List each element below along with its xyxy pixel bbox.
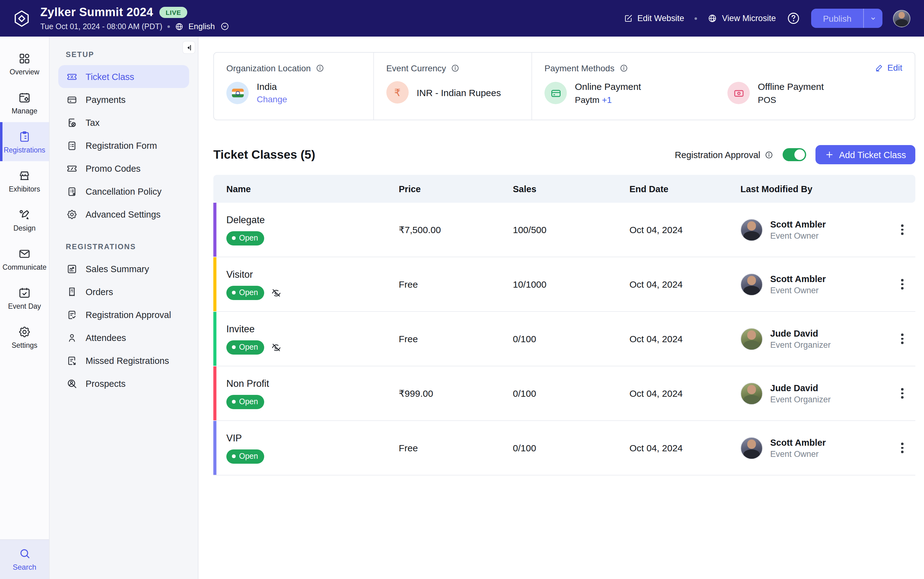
row-menu-button[interactable] (898, 276, 907, 293)
rail-item-settings[interactable]: Settings (0, 317, 49, 357)
avatar (741, 437, 763, 459)
gear-icon (66, 209, 77, 220)
clipboard-arrow-icon (66, 355, 77, 366)
search-icon (18, 547, 31, 560)
offline-payment-method: Offline Payment POS (727, 81, 902, 105)
ticket-end-date: Oct 04, 2024 (623, 279, 741, 290)
avatar (741, 273, 763, 295)
sidebar-item-registration-form[interactable]: Registration Form (58, 134, 189, 157)
rail-search-button[interactable]: Search (0, 539, 49, 579)
design-pen-icon (18, 208, 31, 221)
ticket-color-stripe (213, 421, 216, 475)
online-payment-method: Online Payment Paytm +1 (544, 81, 719, 105)
info-icon[interactable] (316, 64, 324, 72)
column-header-name: Name (213, 184, 393, 194)
info-icon[interactable] (451, 64, 460, 72)
row-menu-button[interactable] (898, 330, 907, 348)
table-row[interactable]: Invitee Open Free 0/100 Oct 04, 2024 Jud… (213, 312, 915, 366)
ticket-percent-icon (66, 163, 77, 174)
info-icon[interactable] (619, 64, 628, 72)
modified-by-name: Scott Ambler (770, 274, 826, 284)
rail-item-communicate[interactable]: Communicate (0, 239, 49, 278)
ticket-price: Free (393, 279, 508, 290)
add-ticket-class-button[interactable]: Add Ticket Class (816, 145, 915, 164)
row-menu-button[interactable] (898, 439, 907, 457)
top-header: Zylker Summit 2024 LIVE Tue Oct 01, 2024… (0, 0, 924, 37)
table-row[interactable]: Delegate Open ₹7,500.00 100/500 Oct 04, … (213, 203, 915, 257)
person-search-icon (66, 378, 77, 389)
document-list-icon (66, 140, 77, 151)
hidden-eye-icon (271, 342, 282, 352)
view-microsite-button[interactable]: View Microsite (708, 13, 776, 23)
sidebar-item-attendees[interactable]: Attendees (58, 326, 189, 349)
ticket-classes-table: Name Price Sales End Date Last Modified … (213, 175, 915, 476)
chevron-down-circle-icon[interactable] (220, 22, 229, 31)
ticket-sales: 0/100 (508, 388, 623, 399)
rupee-symbol-circle: ₹ (387, 81, 409, 103)
main-content: Organization Location India Change Event… (198, 37, 924, 579)
ticket-name: Non Profit (226, 378, 393, 389)
registration-approval-label: Registration Approval (675, 150, 760, 160)
row-menu-button[interactable] (898, 384, 907, 402)
rail-item-event-day[interactable]: Event Day (0, 278, 49, 317)
modified-by-name: Scott Ambler (770, 219, 826, 229)
backstage-logo-icon[interactable] (12, 8, 31, 29)
grid-icon (18, 52, 31, 65)
ticket-sales: 0/100 (508, 443, 623, 453)
publish-button[interactable]: Publish (811, 9, 863, 28)
payment-methods-card: Payment Methods Edit Online Payment Pay (532, 53, 915, 119)
table-row[interactable]: Non Profit Open ₹999.00 0/100 Oct 04, 20… (213, 366, 915, 421)
sidebar-item-registration-approval[interactable]: Registration Approval (58, 303, 189, 326)
edit-pencil-icon (624, 14, 633, 23)
sidebar-item-advanced-settings[interactable]: Advanced Settings (58, 203, 189, 226)
ticket-color-stripe (213, 312, 216, 366)
collapse-sidebar-button[interactable] (182, 41, 195, 54)
organization-location-value: India (257, 81, 287, 92)
status-badge: Open (226, 394, 264, 409)
rail-item-exhibitors[interactable]: Exhibitors (0, 161, 49, 200)
more-payment-gateways-link[interactable]: +1 (602, 95, 612, 105)
receipt-icon (66, 286, 77, 297)
sidebar-item-cancellation-policy[interactable]: Cancellation Policy (58, 180, 189, 203)
event-currency-value: INR - Indian Rupees (417, 87, 501, 98)
ticket-color-stripe (213, 257, 216, 311)
ticket-sales: 0/100 (508, 334, 623, 344)
sidebar-item-promo-codes[interactable]: Promo Codes (58, 157, 189, 180)
sidebar-item-ticket-class[interactable]: Ticket Class (58, 65, 189, 88)
help-icon[interactable] (786, 11, 801, 25)
publish-split-button: Publish (811, 9, 883, 28)
edit-payment-methods-button[interactable]: Edit (875, 63, 902, 72)
row-menu-button[interactable] (898, 221, 907, 239)
registration-approval-toggle[interactable] (783, 148, 806, 161)
rail-item-design[interactable]: Design (0, 200, 49, 239)
credit-card-icon (66, 94, 77, 105)
sidebar-item-prospects[interactable]: Prospects (58, 372, 189, 395)
table-row[interactable]: VIP Open Free 0/100 Oct 04, 2024 Scott A… (213, 421, 915, 476)
edit-website-button[interactable]: Edit Website (624, 14, 684, 23)
user-avatar[interactable] (893, 10, 910, 27)
sidebar-item-payments[interactable]: Payments (58, 88, 189, 111)
info-icon[interactable] (765, 150, 773, 159)
language-selector[interactable]: English (188, 22, 215, 31)
modified-by-role: Event Owner (770, 285, 826, 295)
sidebar-item-orders[interactable]: Orders (58, 280, 189, 303)
rail-item-manage[interactable]: Manage (0, 83, 49, 122)
header-actions: Edit Website View Microsite Publish (624, 9, 911, 28)
status-badge: Open (226, 285, 264, 300)
publish-dropdown-button[interactable] (863, 9, 883, 28)
modified-by-role: Event Organizer (770, 340, 831, 349)
status-badge: Open (226, 231, 264, 245)
country-flag-circle (226, 82, 249, 104)
modified-by-role: Event Owner (770, 449, 826, 458)
rail-item-overview[interactable]: Overview (0, 44, 49, 83)
column-header-end-date: End Date (623, 184, 741, 194)
sidebar-item-missed-registrations[interactable]: Missed Registrations (58, 349, 189, 372)
status-dot (232, 455, 235, 458)
table-row[interactable]: Visitor Open Free 10/1000 Oct 04, 2024 S… (213, 257, 915, 312)
sidebar-item-tax[interactable]: Tax (58, 111, 189, 134)
change-location-link[interactable]: Change (257, 94, 287, 104)
ticket-end-date: Oct 04, 2024 (623, 224, 741, 235)
sidebar-item-sales-summary[interactable]: Sales Summary (58, 257, 189, 280)
ticket-end-date: Oct 04, 2024 (623, 388, 741, 399)
rail-item-registrations[interactable]: Registrations (0, 122, 49, 161)
